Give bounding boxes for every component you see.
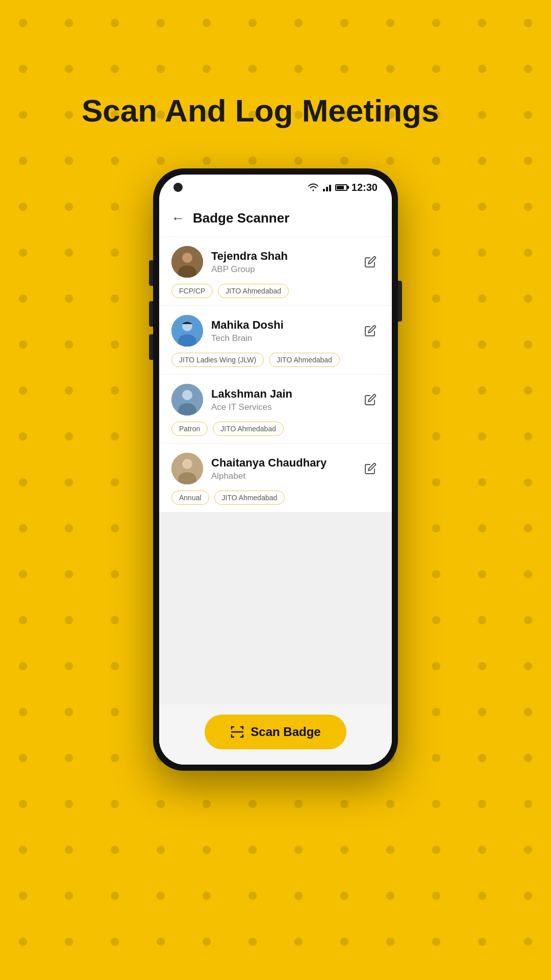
avatar-tejendra	[171, 246, 203, 278]
signal-icon	[323, 183, 331, 191]
tag: JITO Ahmedabad	[214, 491, 285, 505]
edit-button-tejendra[interactable]	[361, 253, 380, 271]
tag: JITO Ahmedabad	[213, 422, 284, 436]
edit-button-lakshman[interactable]	[361, 390, 380, 409]
contact-company-lakshman: Ace IT Services	[211, 402, 353, 412]
contact-info-chaitanya: Chaitanya Chaudhary Alphabet	[211, 456, 353, 481]
edit-button-mahika[interactable]	[361, 322, 380, 340]
scan-badge-label: Scan Badge	[251, 725, 320, 739]
camera-icon	[173, 183, 183, 192]
contact-item-chaitanya[interactable]: Chaitanya Chaudhary Alphabet Annual J	[159, 444, 392, 512]
phone-screen: 12:30 ← Badge Scanner	[159, 175, 392, 765]
status-right-icons: 12:30	[308, 182, 378, 193]
svg-point-7	[182, 390, 192, 400]
contact-list: Tejendra Shah ABP Group FCP/CP JITO A	[159, 237, 392, 512]
back-button[interactable]: ←	[171, 210, 185, 226]
contact-tags-tejendra: FCP/CP JITO Ahmedabad	[171, 284, 380, 298]
empty-area	[159, 512, 392, 704]
contact-tags-lakshman: Patron JITO Ahmedabad	[171, 422, 380, 436]
tag: Patron	[171, 422, 208, 436]
contact-item-tejendra[interactable]: Tejendra Shah ABP Group FCP/CP JITO A	[159, 237, 392, 306]
wifi-icon	[308, 183, 319, 191]
contact-company-mahika: Tech Brain	[211, 333, 353, 344]
scan-frame-icon	[230, 725, 244, 739]
contact-company-tejendra: ABP Group	[211, 264, 353, 275]
scan-badge-button[interactable]: Scan Badge	[205, 715, 346, 749]
tag: JITO Ahmedabad	[269, 353, 340, 367]
contact-tags-chaitanya: Annual JITO Ahmedabad	[171, 491, 380, 505]
contact-tags-mahika: JITO Ladies Wing (JLW) JITO Ahmedabad	[171, 353, 380, 367]
status-bar: 12:30	[159, 175, 392, 200]
tag: Annual	[171, 491, 209, 505]
contact-company-chaitanya: Alphabet	[211, 471, 353, 481]
header-title: Badge Scanner	[193, 210, 289, 226]
avatar-mahika	[171, 315, 203, 347]
avatar-lakshman	[171, 384, 203, 415]
contact-info-tejendra: Tejendra Shah ABP Group	[211, 250, 353, 275]
bottom-area: Scan Badge	[159, 704, 392, 765]
phone-frame: 12:30 ← Badge Scanner	[153, 168, 398, 771]
contact-info-lakshman: Lakshman Jain Ace IT Services	[211, 387, 353, 412]
contact-name-tejendra: Tejendra Shah	[211, 250, 353, 263]
contact-name-mahika: Mahika Doshi	[211, 318, 353, 332]
svg-point-1	[182, 253, 192, 263]
avatar-chaitanya	[171, 453, 203, 484]
status-time: 12:30	[352, 182, 378, 193]
svg-point-10	[182, 459, 192, 469]
contact-item-mahika[interactable]: Mahika Doshi Tech Brain JITO Ladies Wing…	[159, 306, 392, 375]
contact-info-mahika: Mahika Doshi Tech Brain	[211, 318, 353, 344]
content-area: Tejendra Shah ABP Group FCP/CP JITO A	[159, 237, 392, 765]
contact-name-chaitanya: Chaitanya Chaudhary	[211, 456, 353, 470]
contact-item-lakshman[interactable]: Lakshman Jain Ace IT Services Patron	[159, 375, 392, 444]
tag: JITO Ahmedabad	[218, 284, 289, 298]
app-header: ← Badge Scanner	[159, 200, 392, 237]
tag: JITO Ladies Wing (JLW)	[171, 353, 264, 367]
battery-icon	[335, 184, 347, 191]
contact-name-lakshman: Lakshman Jain	[211, 387, 353, 401]
edit-button-chaitanya[interactable]	[361, 459, 380, 478]
page-title: Scan And Log Meetings	[82, 92, 469, 130]
tag: FCP/CP	[171, 284, 213, 298]
